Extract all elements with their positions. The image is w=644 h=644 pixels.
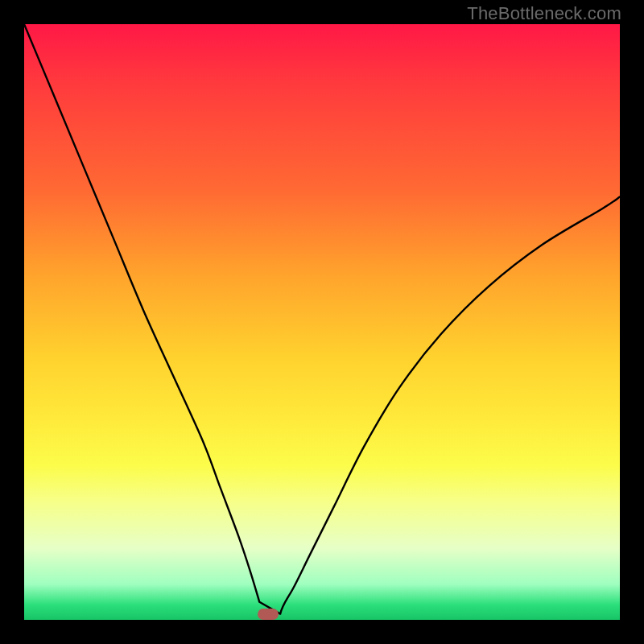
watermark-text: TheBottleneck.com: [467, 3, 621, 24]
plot-area: [24, 24, 620, 620]
outer-frame: TheBottleneck.com: [0, 0, 644, 644]
curve-svg: [24, 24, 620, 620]
optimum-marker: [258, 609, 279, 620]
bottleneck-curve-path: [24, 24, 620, 614]
